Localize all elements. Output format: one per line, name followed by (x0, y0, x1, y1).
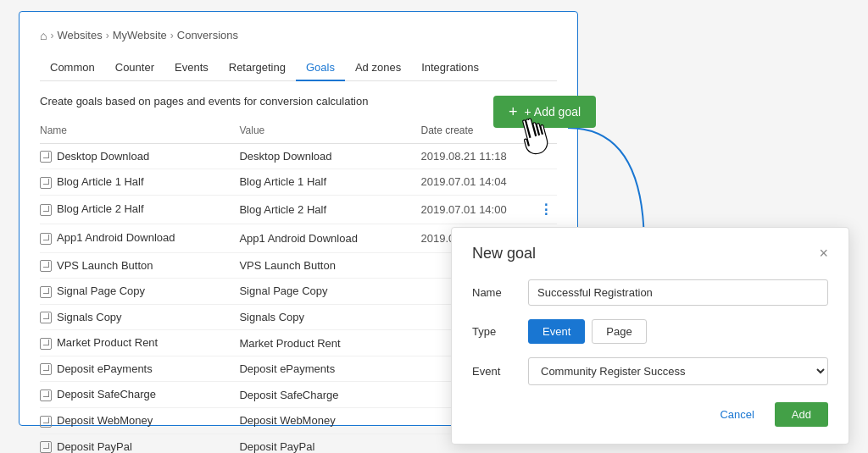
goal-icon (40, 338, 52, 350)
goal-value-cell: Signal Page Copy (239, 279, 420, 305)
dialog-close-button[interactable]: × (819, 246, 828, 261)
goal-name-cell: Market Product Rent (40, 330, 239, 356)
goal-value-cell: Desktop Download (239, 143, 420, 169)
table-row: Blog Article 1 HalfBlog Article 1 Half20… (40, 169, 557, 196)
goal-value-cell: Deposit WebMoney (239, 408, 420, 434)
dialog-name-label: Name (472, 286, 515, 299)
tab-goals[interactable]: Goals (296, 54, 345, 80)
goal-value-cell: Blog Article 2 Half (239, 195, 420, 224)
tab-adzones[interactable]: Ad zones (345, 54, 411, 80)
cancel-button[interactable]: Cancel (709, 402, 764, 427)
goal-value-cell: App1 Android Download (239, 224, 420, 252)
goal-name-cell: Signals Copy (40, 304, 239, 330)
tab-events[interactable]: Events (164, 54, 219, 80)
home-icon: ⌂ (40, 29, 47, 42)
add-button[interactable]: Add (775, 402, 828, 427)
dialog-type-label: Type (472, 325, 515, 338)
goal-date-cell: 2019.08.21 11:18 (420, 143, 538, 169)
goal-name-cell: VPS Launch Button (40, 252, 239, 279)
plus-icon: + (509, 104, 518, 119)
goal-action-cell (539, 169, 557, 196)
dialog-event-label: Event (472, 365, 515, 378)
goal-name-cell: Deposit WebMoney (40, 408, 239, 434)
dialog-header: New goal × (472, 245, 828, 262)
goal-name-cell: Deposit PayPal (40, 434, 239, 453)
breadcrumb-conversions: Conversions (177, 29, 238, 41)
col-header-value: Value (239, 121, 420, 144)
goal-value-cell: Signals Copy (239, 304, 420, 330)
goal-value-cell: Deposit ePayments (239, 356, 420, 382)
dialog-event-field: Event Community Register Success (472, 357, 828, 385)
dialog-name-input[interactable] (528, 279, 828, 306)
goal-icon (40, 389, 52, 401)
goal-icon (40, 363, 52, 375)
more-options-icon[interactable]: ⋮ (539, 202, 551, 217)
type-page-button[interactable]: Page (592, 319, 646, 344)
goal-action-cell (539, 143, 557, 169)
tab-counter[interactable]: Counter (105, 54, 164, 80)
goal-icon (40, 260, 52, 272)
tabs: Common Counter Events Retargeting Goals … (40, 54, 557, 81)
tab-common[interactable]: Common (40, 54, 105, 80)
new-goal-dialog: New goal × Name Type Event Page Event Co… (451, 227, 849, 445)
goal-icon (40, 416, 52, 428)
goal-icon (40, 441, 52, 453)
dialog-footer: Cancel Add (472, 402, 828, 427)
goal-icon (40, 312, 52, 323)
goal-icon (40, 204, 52, 216)
goal-value-cell: VPS Launch Button (239, 252, 420, 279)
table-row: Desktop DownloadDesktop Download2019.08.… (40, 143, 557, 169)
goal-name-cell: Blog Article 1 Half (40, 169, 239, 196)
goal-name-cell: Desktop Download (40, 143, 239, 169)
add-goal-button[interactable]: + + Add goal (493, 96, 596, 128)
description: Create goals based on pages and events f… (40, 95, 557, 108)
goal-icon (40, 233, 52, 245)
goal-action-cell: ⋮ (539, 195, 557, 224)
type-event-button[interactable]: Event (528, 319, 585, 344)
dialog-name-field: Name (472, 279, 828, 306)
goal-name-cell: App1 Android Download (40, 224, 239, 252)
goal-value-cell: Deposit SafeCharge (239, 382, 420, 408)
goal-name-cell: Blog Article 2 Half (40, 195, 239, 224)
goal-value-cell: Deposit PayPal (239, 434, 420, 453)
goal-icon (40, 286, 52, 298)
goal-name-cell: Deposit ePayments (40, 356, 239, 382)
dialog-type-buttons: Event Page (528, 319, 647, 344)
table-row: Blog Article 2 HalfBlog Article 2 Half20… (40, 195, 557, 224)
col-header-name: Name (40, 121, 239, 144)
tab-retargeting[interactable]: Retargeting (219, 54, 296, 80)
dialog-event-select[interactable]: Community Register Success (528, 357, 828, 385)
goal-icon (40, 177, 52, 189)
goal-name-cell: Signal Page Copy (40, 279, 239, 305)
breadcrumb-websites[interactable]: Websites (57, 29, 102, 41)
goal-value-cell: Market Product Rent (239, 330, 420, 356)
goal-icon (40, 151, 52, 163)
tab-integrations[interactable]: Integrations (411, 54, 489, 80)
dialog-type-field: Type Event Page (472, 319, 828, 344)
breadcrumb-mywebsite[interactable]: MyWebsite (113, 29, 167, 41)
sep-2: › (106, 30, 109, 41)
breadcrumb: ⌂ › Websites › MyWebsite › Conversions (40, 29, 557, 42)
goal-value-cell: Blog Article 1 Half (239, 169, 420, 196)
goal-date-cell: 2019.07.01 14:04 (420, 169, 538, 196)
sep-1: › (50, 30, 53, 41)
dialog-title: New goal (472, 245, 536, 262)
goal-name-cell: Deposit SafeCharge (40, 382, 239, 408)
add-goal-label: + Add goal (525, 105, 581, 119)
sep-3: › (170, 30, 174, 41)
goal-date-cell: 2019.07.01 14:00 (420, 195, 538, 224)
